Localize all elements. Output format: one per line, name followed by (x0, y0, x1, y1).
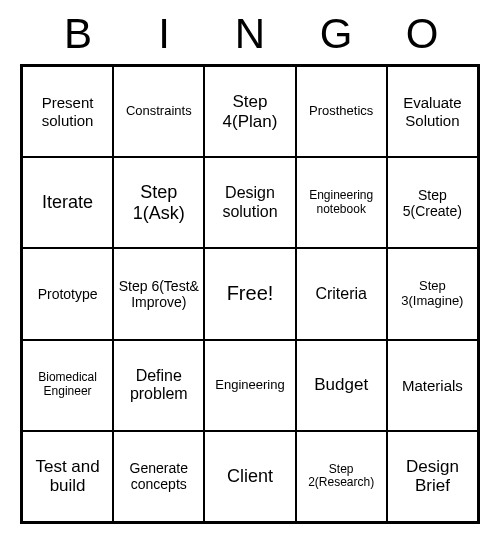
bingo-cell[interactable]: Design solution (204, 157, 295, 248)
bingo-cell[interactable]: Step 3(Imagine) (387, 248, 478, 339)
bingo-cell[interactable]: Client (204, 431, 295, 522)
bingo-cell[interactable]: Design Brief (387, 431, 478, 522)
bingo-header: B I N G O (30, 10, 470, 58)
bingo-cell[interactable]: Criteria (296, 248, 387, 339)
bingo-cell[interactable]: Biomedical Engineer (22, 340, 113, 431)
bingo-grid: Present solutionConstraintsStep 4(Plan)P… (20, 64, 480, 524)
bingo-cell[interactable]: Step 6(Test& Improve) (113, 248, 204, 339)
bingo-cell[interactable]: Materials (387, 340, 478, 431)
bingo-cell[interactable]: Evaluate Solution (387, 66, 478, 157)
bingo-cell[interactable]: Constraints (113, 66, 204, 157)
bingo-cell[interactable]: Step 4(Plan) (204, 66, 295, 157)
bingo-cell[interactable]: Engineering (204, 340, 295, 431)
bingo-cell[interactable]: Iterate (22, 157, 113, 248)
bingo-cell[interactable]: Engineering notebook (296, 157, 387, 248)
header-letter-b: B (48, 10, 108, 58)
header-letter-i: I (134, 10, 194, 58)
bingo-cell[interactable]: Step 2(Research) (296, 431, 387, 522)
bingo-cell[interactable]: Present solution (22, 66, 113, 157)
bingo-cell[interactable]: Prototype (22, 248, 113, 339)
bingo-cell[interactable]: Step 5(Create) (387, 157, 478, 248)
bingo-cell-free[interactable]: Free! (204, 248, 295, 339)
bingo-cell[interactable]: Test and build (22, 431, 113, 522)
bingo-cell[interactable]: Prosthetics (296, 66, 387, 157)
bingo-cell[interactable]: Generate concepts (113, 431, 204, 522)
bingo-cell[interactable]: Budget (296, 340, 387, 431)
bingo-cell[interactable]: Define problem (113, 340, 204, 431)
header-letter-n: N (220, 10, 280, 58)
header-letter-g: G (306, 10, 366, 58)
header-letter-o: O (392, 10, 452, 58)
bingo-cell[interactable]: Step 1(Ask) (113, 157, 204, 248)
